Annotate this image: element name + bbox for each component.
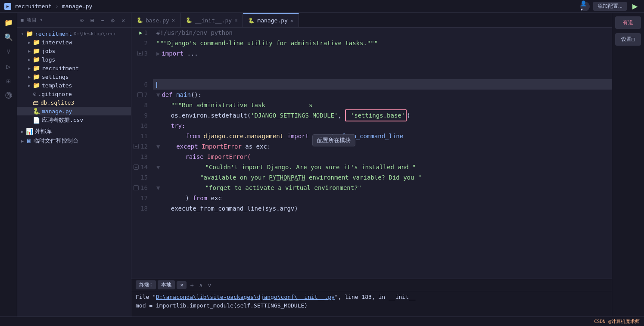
code-line-5 — [153, 69, 612, 79]
line-num-11: 11 — [131, 131, 148, 141]
tree-arrow-temp: ▶ — [19, 139, 26, 143]
tree-label-logs: logs — [42, 56, 55, 63]
tree-item-recruitment-sub[interactable]: ▶ 📁 recruitment — [17, 64, 131, 72]
code-container[interactable]: ▶ 1 2 + 3 4 5 6 − 7 8 9 10 11 — [131, 28, 612, 279]
youdao-button[interactable]: 有道 — [615, 16, 641, 29]
code-shebang: #!/usr/bin/env python — [156, 28, 233, 38]
tree-label-external-libs: 外部库 — [35, 127, 52, 135]
code-l9-os: os.environ.setdefault( — [156, 110, 251, 121]
bottom-tab-arrow-down[interactable]: ∨ — [206, 281, 213, 289]
code-line-16: ▼ "forget to activate a virtual environm… — [153, 183, 612, 193]
add-config-button[interactable]: 添加配置... — [593, 2, 627, 11]
line-num-1: ▶ 1 — [131, 28, 148, 38]
fold-btn-7[interactable]: − — [137, 92, 143, 97]
sidebar-icon-search[interactable]: 🔍 — [3, 31, 15, 43]
num-9: 9 — [144, 110, 148, 121]
run-btn-1[interactable]: ▶ — [139, 28, 142, 38]
line-num-16: − 16 — [131, 183, 148, 193]
code-from2: from — [193, 193, 211, 203]
code-l10-indent — [156, 121, 171, 131]
run-button[interactable]: ▶ — [630, 2, 640, 11]
bottom-tab-arrow-up[interactable]: ∧ — [197, 281, 204, 289]
tree-toolbar-locate[interactable]: ⊙ — [78, 16, 86, 25]
line-num-15: 15 — [131, 172, 148, 183]
tree-item-db[interactable]: 🗃 db.sqlite3 — [17, 98, 131, 107]
tab-icon-init-py: 🐍 — [186, 17, 192, 23]
file-icon-csv: 📄 — [33, 117, 40, 124]
bottom-tab-close[interactable]: × — [177, 281, 187, 289]
tree-item-csv[interactable]: 📄 应聘者数据.csv — [17, 115, 131, 125]
code-line-2: """Django's command-line utility for adm… — [153, 38, 612, 48]
tab-manage-py[interactable]: 🐍 manage.py ✕ — [243, 13, 299, 27]
fold-btn-16[interactable]: − — [134, 185, 139, 190]
code-line-8: """Run administrative task s — [153, 100, 612, 110]
terminal-file-link[interactable]: D:\anaconda\lib\site-packages\django\con… — [156, 294, 335, 300]
tree-toolbar-gear[interactable]: ⚙ — [109, 16, 117, 25]
tree-item-manage[interactable]: 🐍 manage.py — [17, 107, 131, 115]
folder-icon-root: 📁 — [26, 30, 33, 37]
folder-icon-interview: 📁 — [33, 39, 40, 46]
tree-item-temp-console[interactable]: ▶ 🖥 临时文件和控制台 — [17, 136, 131, 146]
num-8: 8 — [144, 100, 148, 110]
num-2: 2 — [144, 38, 148, 48]
tab-init-py[interactable]: 🐍 __init__.py ✕ — [180, 13, 243, 27]
status-bar: CSDN @计算机魔术师 — [0, 317, 644, 326]
line-num-18: 18 — [131, 203, 148, 214]
tab-close-manage-py[interactable]: ✕ — [290, 18, 293, 24]
tree-toolbar-dots[interactable]: ⋯ — [98, 16, 107, 25]
bottom-tabs: 终端: 本地 × + ∧ ∨ — [131, 279, 612, 291]
num-17: 17 — [140, 193, 148, 203]
tree-arrow-settings: ▶ — [26, 75, 33, 79]
tree-item-templates[interactable]: ▶ 📁 templates — [17, 81, 131, 90]
tree-item-gitignore[interactable]: ⊙ .gitignore — [17, 90, 131, 98]
tree-path: D:\Desktop\recr — [74, 31, 116, 37]
code-import-error: ImportError — [202, 141, 245, 152]
code-django-module: django.core.management — [204, 131, 287, 141]
line-num-6: 6 — [131, 79, 148, 90]
fold-btn-12[interactable]: − — [134, 144, 139, 149]
tree-item-interview[interactable]: ▶ 📁 interview — [17, 38, 131, 47]
tree-item-settings[interactable]: ▶ 📁 settings — [17, 72, 131, 81]
bottom-tab-plus[interactable]: + — [188, 281, 195, 289]
code-except: except — [176, 141, 202, 152]
sidebar-icon-run[interactable]: ▷ — [3, 60, 15, 72]
code-l9-comma: , — [338, 110, 345, 121]
code-l16-indent — [162, 183, 205, 193]
num-11: 11 — [140, 131, 148, 141]
tree-toolbar-collapse[interactable]: ⊟ — [88, 16, 96, 25]
code-l14-indent — [162, 162, 205, 172]
fold-btn-3[interactable]: + — [137, 51, 143, 56]
sidebar-icon-bookmarks[interactable]: ⑳ — [3, 90, 15, 102]
title-bar-actions: 👤 ▾ 添加配置... ▶ — [580, 2, 640, 11]
title-bar: ▶ recruitment › manage.py 👤 ▾ 添加配置... ▶ — [0, 0, 644, 13]
tree-item-external-libs[interactable]: ▶ 📊 外部库 — [17, 127, 131, 136]
bottom-tab-local[interactable]: 本地 — [158, 280, 175, 289]
code-l11-indent — [156, 131, 185, 141]
code-raise: raise — [185, 152, 207, 162]
code-forget: "forget to activate a virtual environmen… — [205, 183, 361, 193]
tree-item-jobs[interactable]: ▶ 📁 jobs — [17, 47, 131, 55]
code-import-kw: import — [162, 48, 184, 59]
tab-label-init-py: __init__.py — [195, 17, 232, 24]
tab-close-base-py[interactable]: ✕ — [172, 17, 175, 23]
settings-button[interactable]: 设置□ — [615, 33, 641, 46]
user-avatar[interactable]: 👤 ▾ — [580, 2, 590, 11]
tab-icon-manage-py: 🐍 — [248, 18, 255, 24]
tab-base-py[interactable]: 🐍 base.py ✕ — [131, 13, 180, 27]
tree-item-logs[interactable]: ▶ 📁 logs — [17, 55, 131, 64]
code-lines[interactable]: #!/usr/bin/env python """Django's comman… — [153, 28, 612, 279]
fold-btn-14[interactable]: − — [134, 165, 139, 170]
bottom-tab-terminal[interactable]: 终端: — [136, 280, 156, 289]
sidebar-icon-git[interactable]: ⑂ — [3, 46, 15, 58]
tree-item-root[interactable]: ▾ 📁 recruitment D:\Desktop\recr — [17, 29, 131, 38]
tab-close-init-py[interactable]: ✕ — [234, 17, 237, 23]
tab-label-manage-py: manage.py — [257, 17, 287, 24]
tab-bar: 🐍 base.py ✕ 🐍 __init__.py ✕ 🐍 manage.py … — [131, 13, 612, 28]
code-l13-indent — [156, 152, 185, 162]
sidebar-icon-plugins[interactable]: ⊞ — [3, 75, 15, 87]
tree-toolbar-close[interactable]: ✕ — [119, 16, 128, 25]
sidebar-icon-files[interactable]: 📁 — [3, 16, 15, 28]
line-num-17: 17 — [131, 193, 148, 203]
code-l8-indent — [156, 100, 171, 110]
code-line-13: raise ImportError( — [153, 152, 612, 162]
